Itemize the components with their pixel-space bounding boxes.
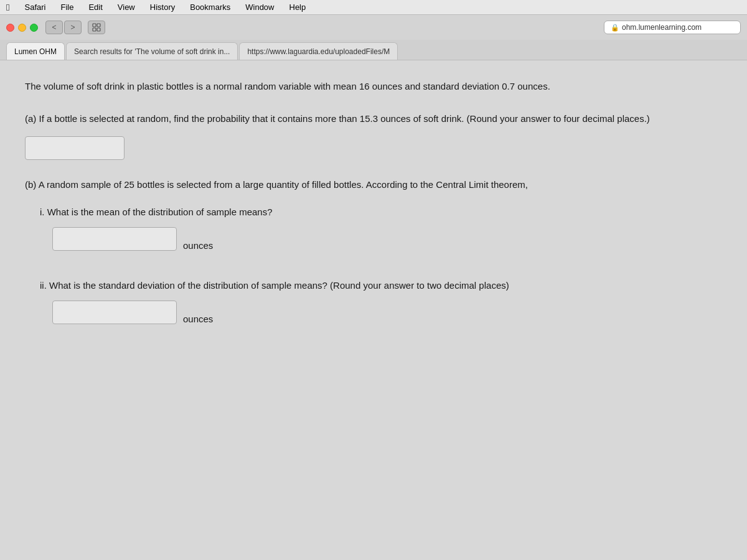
svg-rect-1 [97,24,100,27]
menu-file[interactable]: File [58,2,76,12]
part-a-input[interactable] [25,136,125,160]
sub-part-i-answer-row: ounces [52,227,722,263]
forward-button[interactable]: > [64,21,82,34]
apple-menu-icon[interactable]:  [6,2,9,12]
url-text: ohm.lumenlearning.com [622,23,702,32]
menu-safari[interactable]: Safari [22,2,48,12]
part-b-section: (b) A random sample of 25 bottles is sel… [25,177,722,337]
tab-laguardia-label: https://www.laguardia.edu/uploadedFiles/… [247,47,390,56]
menu-bookmarks[interactable]: Bookmarks [187,2,233,12]
page-content: The volume of soft drink in plastic bott… [0,60,747,560]
sub-part-ii: ii. What is the standard deviation of th… [40,278,722,337]
sub-part-ii-units: ounces [183,314,213,324]
browser-toolbar: < > 🔒 ohm.lumenlearning.com [0,15,747,40]
back-button[interactable]: < [45,21,63,34]
sub-part-ii-label: ii. What is the standard deviation of th… [40,278,722,293]
fullscreen-button[interactable] [30,24,38,32]
minimize-button[interactable] [18,24,26,32]
menu-window[interactable]: Window [243,2,276,12]
svg-rect-3 [97,28,100,31]
part-b-intro-text: (b) A random sample of 25 bottles is sel… [25,177,722,192]
sub-part-ii-answer-row: ounces [52,301,722,337]
tab-search-results[interactable]: Search results for 'The volume of soft d… [66,42,238,60]
close-button[interactable] [6,24,14,32]
sub-part-i-units: ounces [183,240,213,251]
menu-edit[interactable]: Edit [86,2,105,12]
tab-laguardia[interactable]: https://www.laguardia.edu/uploadedFiles/… [239,42,398,60]
tabs-row: Lumen OHM Search results for 'The volume… [0,40,747,60]
browser-chrome: < > 🔒 ohm.lumenlearning.com Lumen OHM Se… [0,15,747,60]
lock-icon: 🔒 [611,24,619,32]
sub-part-i: i. What is the mean of the distribution … [40,205,722,263]
menu-view[interactable]: View [115,2,138,12]
part-a-text: (a) If a bottle is selected at random, f… [25,111,722,126]
svg-rect-2 [93,28,96,31]
part-a-section: (a) If a bottle is selected at random, f… [25,111,722,160]
sub-part-i-label: i. What is the mean of the distribution … [40,205,722,220]
tab-overview-button[interactable] [88,21,105,34]
nav-buttons: < > [45,21,82,34]
menu-history[interactable]: History [148,2,177,12]
menu-help[interactable]: Help [287,2,309,12]
sub-part-ii-input[interactable] [52,301,177,324]
traffic-lights [6,24,38,32]
problem-intro-text: The volume of soft drink in plastic bott… [25,79,722,94]
tab-lumen-ohm-label: Lumen OHM [14,47,57,56]
tab-search-results-label: Search results for 'The volume of soft d… [74,47,230,56]
menu-bar:  Safari File Edit View History Bookmark… [0,0,747,15]
sub-part-i-input[interactable] [52,227,177,251]
address-bar[interactable]: 🔒 ohm.lumenlearning.com [604,21,741,34]
svg-rect-0 [93,24,96,27]
tab-lumen-ohm[interactable]: Lumen OHM [6,42,65,60]
part-a-answer-row [25,136,722,160]
